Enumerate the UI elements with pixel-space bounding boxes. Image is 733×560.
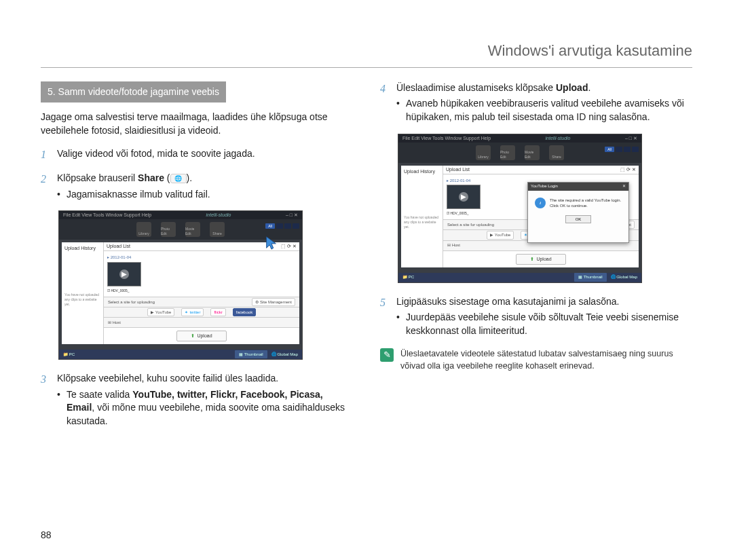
step4-sub: Avaneb hüpikaken veebibrauseris valitud …: [396, 97, 692, 124]
step-body: Valige videod või fotod, mida te soovite…: [57, 147, 353, 162]
step2-text-a: Klõpsake brauseril: [57, 172, 138, 183]
step-number: 4: [380, 81, 390, 124]
site-youtube: ▶ YouTube: [147, 308, 175, 316]
info-icon: i: [535, 198, 546, 208]
popup-title: YouTube Login: [531, 183, 558, 189]
shot-site-select-row: Select a site for uploading ⚙ Site Manag…: [104, 297, 299, 307]
page-header: Windows'i arvutiga kasutamine: [41, 41, 692, 68]
shot-thumbarea: ▸ 2012-01-04 ☑ HDV_0005_: [104, 251, 299, 297]
shot-tabs: Library Photo Edit Movie Edit Share: [59, 219, 302, 240]
popup-msg-2: Click OK to continue.: [550, 203, 621, 208]
shot-viewmode: All: [265, 223, 299, 229]
site-select-label: Select a site for uploading: [108, 299, 155, 305]
step-5: 5 Ligipääsuks sisestage oma kasutajanimi…: [380, 295, 692, 338]
site-select-label: Select a site for uploading: [447, 222, 494, 227]
shot-all-pill: All: [605, 147, 614, 152]
footer-globalmap: 🌐 Global Map: [611, 274, 637, 280]
shot-sidebar: Upload History You have not uploaded any…: [401, 166, 443, 267]
site-youtube: ▶ YouTube: [487, 231, 514, 239]
shot-winbtns: – □ ✕: [625, 135, 637, 142]
footer-thumbnail: ▦ Thumbnail: [235, 350, 267, 358]
login-popup: YouTube Login ✕ i The site required a va…: [527, 182, 629, 243]
step4-text-b: .: [588, 82, 590, 93]
shot-tabs: Library Photo Edit Movie Edit Share: [398, 143, 641, 163]
step2-sub: Jagamisaknasse ilmub valitud fail.: [57, 188, 353, 202]
upload-label: Upload: [556, 82, 588, 93]
section-heading: 5. Samm videote/fotode jagamine veebis: [41, 81, 226, 103]
shot-date: ▸ 2012-01-04: [107, 255, 296, 260]
screenshot-login-popup: File Edit View Tools Window Support Help…: [398, 134, 642, 283]
shot-menubar: File Edit View Tools Window Support Help…: [398, 134, 641, 143]
host-label: ⊞ Host: [108, 320, 121, 325]
step3-text: Klõpsake veebilehel, kuhu soovite failid…: [57, 373, 278, 384]
shot-brand: intelli-studio: [206, 212, 231, 219]
step4-text-a: Üleslaadimise alustamiseks klõpsake: [396, 82, 556, 93]
upload-history-label: Upload History: [64, 245, 100, 252]
step-1: 1 Valige videod või fotod, mida te soovi…: [41, 147, 353, 162]
shot-menubar: File Edit View Tools Window Support Help…: [59, 211, 302, 219]
site-flickr: flickr: [210, 308, 225, 316]
tab-share: Share: [210, 222, 225, 237]
site-twitter: ✶ twitter: [181, 308, 204, 316]
upload-history-note: You have not uploaded any clips to a web…: [404, 215, 440, 229]
step-3: 3 Klõpsake veebilehel, kuhu soovite fail…: [41, 372, 353, 428]
upload-history-note: You have not uploaded any clips to a web…: [64, 293, 100, 307]
upload-list-label: Upload List: [107, 243, 130, 250]
popup-message: The site required a valid YouTube login.…: [550, 198, 621, 209]
left-column: 5. Samm videote/fotode jagamine veebis J…: [41, 81, 353, 438]
tab-library: Library: [476, 145, 491, 160]
popup-close-icon: ✕: [622, 183, 626, 189]
toolbar-icons: ⬚ ⟳ ✕: [281, 243, 297, 250]
upload-button: ⬆Upload: [516, 254, 565, 265]
note-text: Üleslaetavatele videotele sätestatud lub…: [400, 348, 692, 372]
popup-body: i The site required a valid YouTube logi…: [528, 191, 628, 216]
step-number: 1: [41, 147, 50, 162]
step-body: Ligipääsuks sisestage oma kasutajanimi j…: [396, 295, 692, 338]
step5-text: Ligipääsuks sisestage oma kasutajanimi j…: [396, 296, 619, 307]
step-number: 2: [41, 172, 50, 201]
step-2: 2 Klõpsake brauseril Share (). Jagamisak…: [41, 172, 353, 201]
share-label: Share: [138, 172, 164, 183]
right-column: 4 Üleslaadimise alustamiseks klõpsake Up…: [380, 81, 692, 438]
shot-sites-row: ▶ YouTube ✶ twitter flickr facebook: [104, 307, 299, 318]
shot-viewmode: All: [605, 147, 639, 152]
upload-list-label: Upload List: [446, 166, 470, 173]
page-title: Windows'i arvutiga kasutamine: [488, 42, 692, 59]
step5-sub: Juurdepääs veebilehe sisule võib sõltuva…: [396, 311, 692, 337]
step-number: 3: [41, 372, 50, 428]
shot-menu: File Edit View Tools Window Support Help: [402, 135, 491, 142]
video-thumb: [107, 262, 141, 286]
shot-upload-row: ⬆Upload: [104, 328, 299, 344]
popup-msg-1: The site required a valid YouTube login.: [550, 198, 621, 203]
step3-sub-b: , või mõne muu veebilehe, mida soovite o…: [67, 402, 345, 426]
upload-list-bar: Upload List ⬚ ⟳ ✕: [443, 166, 639, 174]
shot-upload-row: ⬆Upload: [443, 251, 639, 267]
shot-host-row: ⊞ Host: [104, 318, 299, 328]
tab-share: Share: [549, 145, 564, 160]
tab-photoedit: Photo Edit: [161, 222, 176, 237]
share-icon: [170, 174, 187, 183]
step-body: Üleslaadimise alustamiseks klõpsake Uplo…: [396, 81, 692, 124]
popup-titlebar: YouTube Login ✕: [528, 183, 628, 191]
tab-library: Library: [136, 222, 151, 237]
host-label: ⊞ Host: [447, 242, 460, 248]
shot-winbtns: – □ ✕: [286, 212, 298, 219]
shot-brand: intelli-studio: [546, 135, 571, 142]
footer-pc: 📁 PC: [402, 274, 414, 280]
note-box: ✎ Üleslaetavatele videotele sätestatud l…: [380, 348, 692, 372]
shot-sidebar: Upload History You have not uploaded any…: [62, 242, 104, 344]
footer-globalmap: 🌐 Global Map: [271, 352, 298, 357]
site-facebook: facebook: [233, 308, 256, 316]
intro-text: Jagage oma salvestisi terve maailmaga, l…: [41, 111, 353, 137]
step2-text-b: (: [164, 172, 170, 183]
step3-sub: Te saate valida YouTube, twitter, Flickr…: [57, 388, 353, 428]
shot-all-pill: All: [265, 223, 275, 229]
step3-sub-a: Te saate valida: [67, 389, 132, 400]
step-4: 4 Üleslaadimise alustamiseks klõpsake Up…: [380, 81, 692, 124]
page-number: 88: [41, 529, 52, 542]
upload-history-label: Upload History: [404, 168, 440, 175]
site-management-link: ⚙ Site Management: [252, 298, 295, 306]
shot-menu: File Edit View Tools Window Support Help: [63, 212, 151, 219]
step-body: Klõpsake veebilehel, kuhu soovite failid…: [57, 372, 353, 428]
shot-content: Upload History You have not uploaded any…: [62, 242, 299, 344]
